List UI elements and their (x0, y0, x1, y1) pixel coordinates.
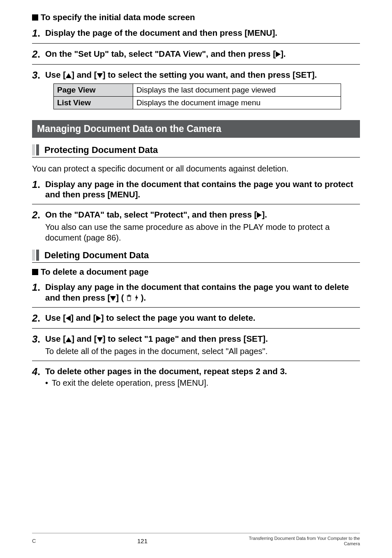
up-arrow-icon (66, 337, 71, 342)
footer-chapter: Transferring Document Data from Your Com… (249, 536, 360, 546)
subheading-deleting: Deleting Document Data (32, 250, 360, 263)
text-fragment: Use [ (45, 334, 66, 343)
subheading-bars-icon (32, 144, 40, 155)
delete-step-4-text: To delete other pages in the document, r… (45, 366, 360, 377)
footer-divider (32, 533, 360, 533)
down-arrow-icon (97, 337, 103, 342)
step-number: 2. (32, 313, 45, 324)
square-bullet-icon (32, 14, 38, 21)
delete-step-1: 1. Display any page in the document that… (32, 282, 360, 303)
settings-table: Page View Displays the last document pag… (53, 83, 341, 109)
divider (32, 43, 360, 44)
protect-step-2-text: On the "DATA" tab, select "Protect", and… (45, 209, 360, 220)
subheading-protecting: Protecting Document Data (32, 144, 360, 157)
text-fragment: Display any page in the document that co… (45, 282, 349, 302)
section-heading-1: To specify the initial data mode screen (32, 12, 360, 23)
bullet-dot: • (45, 378, 52, 388)
delete-step-4-bullet: • To exit the delete operation, press [M… (45, 378, 360, 388)
right-arrow-icon (276, 51, 281, 57)
right-arrow-icon (96, 315, 101, 321)
text-fragment: Use [ (45, 313, 66, 322)
footer-chapter-line2: Camera (344, 541, 360, 546)
text-fragment: ]. (281, 49, 286, 58)
delete-step-4: 4. To delete other pages in the document… (32, 366, 360, 377)
divider (32, 204, 360, 204)
step-number: 1. (32, 28, 45, 39)
step-number: 1. (32, 179, 45, 190)
step-1: 1. Display the page of the document and … (32, 28, 360, 39)
flash-icon (134, 294, 138, 301)
step-number: 1. (32, 282, 45, 293)
page-number: 121 (137, 537, 148, 544)
step-2-text: On the "Set Up" tab, select "DATA View",… (45, 49, 360, 59)
text-fragment: On the "Set Up" tab, select "DATA View",… (45, 49, 276, 58)
page-footer: C 121 Transferring Document Data from Yo… (0, 533, 392, 546)
divider (32, 64, 360, 65)
subheading-label: Deleting Document Data (44, 250, 149, 261)
section-heading-1-text: To specify the initial data mode screen (41, 12, 195, 22)
divider (32, 328, 360, 329)
text-fragment: ]. (262, 210, 267, 219)
step-number: 3. (32, 333, 45, 345)
step-2: 2. On the "Set Up" tab, select "DATA Vie… (32, 49, 360, 60)
step-1-text: Display the page of the document and the… (45, 28, 360, 38)
step-3-text: Use [] and [] to select the setting you … (45, 69, 360, 80)
band-heading: Managing Document Data on the Camera (32, 120, 360, 138)
text-fragment: ] and [ (71, 70, 97, 79)
delete-step-2-text: Use [] and [] to select the page you wan… (45, 313, 360, 323)
section-heading-2-text: To delete a document page (41, 267, 149, 276)
step-number: 2. (32, 49, 45, 60)
left-arrow-icon (66, 315, 71, 321)
down-arrow-icon (110, 296, 116, 301)
protect-step-2-body: You also can use the same procedure as a… (45, 222, 360, 243)
protect-step-2: 2. On the "DATA" tab, select "Protect", … (32, 209, 360, 221)
text-fragment: ). (138, 293, 146, 302)
subheading-label: Protecting Document Data (44, 144, 158, 155)
delete-step-2: 2. Use [] and [] to select the page you … (32, 313, 360, 324)
bullet-text: To exit the delete operation, press [MEN… (52, 378, 360, 388)
delete-step-1-text: Display any page in the document that co… (45, 282, 360, 303)
page-content: To specify the initial data mode screen … (0, 0, 392, 388)
divider (32, 361, 360, 361)
paragraph: You can protect a specific document or a… (32, 163, 360, 174)
up-arrow-icon (66, 73, 71, 78)
step-number: 4. (32, 366, 45, 377)
text-fragment: ] ( (116, 293, 126, 302)
step-number: 2. (32, 209, 45, 221)
section-heading-2: To delete a document page (32, 267, 360, 277)
protect-step-1: 1. Display any page in the document that… (32, 179, 360, 200)
divider (32, 307, 360, 308)
protect-step-1-text: Display any page in the document that co… (45, 179, 360, 200)
text-fragment: On the "DATA" tab, select "Protect", and… (45, 210, 257, 219)
table-row: Page View Displays the last document pag… (54, 83, 341, 96)
footer-chapter-line1: Transferring Document Data from Your Com… (249, 536, 360, 541)
text-fragment: ] to select "1 page" and then press [SET… (103, 334, 268, 343)
footer-left: C (32, 538, 36, 544)
delete-step-3-text: Use [] and [] to select "1 page" and the… (45, 333, 360, 344)
trash-icon (126, 294, 132, 301)
table-row: List View Displays the document image me… (54, 96, 341, 109)
step-number: 3. (32, 69, 45, 81)
right-arrow-icon (257, 212, 262, 218)
text-fragment: ] and [ (71, 334, 97, 343)
text-fragment: ] and [ (71, 313, 96, 322)
table-cell-header: List View (54, 96, 133, 109)
table-cell: Displays the document image menu (133, 96, 341, 109)
square-bullet-icon (32, 269, 38, 275)
delete-step-3: 3. Use [] and [] to select "1 page" and … (32, 333, 360, 345)
table-cell-header: Page View (54, 83, 133, 96)
table-cell: Displays the last document page viewed (133, 83, 341, 96)
down-arrow-icon (97, 73, 103, 78)
step-3: 3. Use [] and [] to select the setting y… (32, 69, 360, 81)
text-fragment: ] to select the setting you want, and th… (103, 70, 317, 79)
subheading-bars-icon (32, 250, 40, 261)
text-fragment: Use [ (45, 70, 66, 79)
text-fragment: ] to select the page you want to delete. (101, 313, 256, 322)
delete-step-3-body: To delete all of the pages in the docume… (45, 346, 360, 357)
